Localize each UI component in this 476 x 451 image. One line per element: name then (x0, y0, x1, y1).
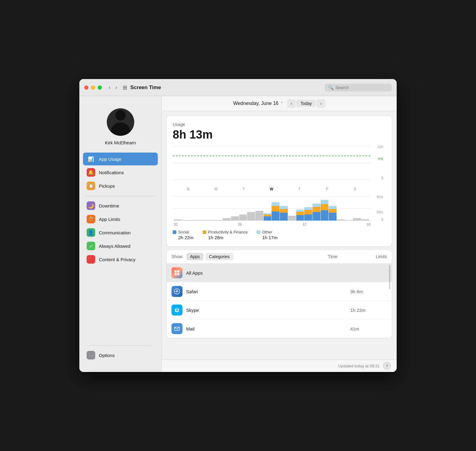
show-label: Show: (171, 254, 183, 259)
prev-day-button[interactable]: ‹ (287, 99, 296, 108)
sidebar-item-label: Always Allowed (99, 244, 130, 249)
notifications-icon: 🔔 (87, 168, 95, 177)
legend-productivity-label: Productivity & Finance (208, 230, 247, 234)
sidebar-item-content-privacy[interactable]: 🚫 Content & Privacy (83, 253, 158, 266)
skype-svg (174, 307, 180, 313)
sidebar-item-pickups[interactable]: 📋 Pickups (83, 179, 158, 192)
mail-svg (174, 325, 180, 332)
all-apps-svg (174, 270, 180, 276)
forward-button[interactable]: › (114, 83, 119, 92)
weekly-bars (173, 146, 370, 180)
content-footer: Updated today at 09:31 ? (162, 359, 397, 372)
next-day-button[interactable]: › (317, 99, 325, 108)
legend-productivity: Productivity & Finance 1h 28m (203, 230, 247, 240)
always-allowed-icon: ✓ (87, 242, 95, 250)
content-area: Wednesday, June 16 ⌃ ‹ Today › Usage 8h … (162, 96, 397, 372)
sidebar-footer: ··· Options (79, 342, 161, 366)
all-apps-icon (171, 267, 182, 278)
date-selector[interactable]: Wednesday, June 16 ⌃ (233, 101, 283, 106)
sidebar-item-label: Downtime (99, 203, 119, 208)
sidebar-item-label: App Limits (99, 217, 120, 222)
sidebar-item-label: Notifications (99, 170, 124, 175)
legend-other-label: Other (262, 230, 272, 234)
window: ‹ › ⊞ Screen Time 🔍 Kirk McElhearn (79, 79, 397, 372)
search-bar[interactable]: 🔍 (325, 84, 392, 92)
avatar (107, 108, 134, 136)
communication-icon: 👤 (87, 228, 95, 237)
scrollbar-thumb[interactable] (389, 265, 390, 289)
y-label-bottom: 0 (381, 176, 383, 180)
day-labels: S M T W T F S (173, 187, 370, 191)
safari-name: Safari (186, 289, 347, 294)
legend-social-label: Social (178, 230, 189, 234)
social-color-dot (173, 230, 176, 234)
hourly-chart-container: 60m 30m 0 (173, 196, 386, 227)
help-button[interactable]: ? (383, 362, 391, 370)
sidebar-item-downtime[interactable]: 🌙 Downtime (83, 199, 158, 212)
safari-row[interactable]: Safari 3h 8m (167, 282, 392, 301)
user-section: Kirk McElhearn (79, 102, 161, 153)
mail-name: Mail (186, 326, 347, 331)
today-button[interactable]: Today (296, 100, 316, 107)
mail-time: 41m (350, 326, 387, 331)
time-col-header: Time (328, 254, 337, 259)
app-list-card: Show: Apps Categories Time Limits (167, 250, 392, 338)
apps-tab[interactable]: Apps (186, 253, 204, 260)
traffic-lights (84, 85, 102, 90)
skype-time: 1h 22m (350, 308, 387, 313)
sidebar-item-communication[interactable]: 👤 Communication (83, 226, 158, 239)
sidebar-settings-nav: 🌙 Downtime ⏱ App Limits 👤 Communication … (79, 199, 161, 266)
all-apps-row[interactable]: All Apps (167, 264, 392, 282)
avatar-body (111, 122, 130, 136)
all-apps-name: All Apps (186, 270, 347, 276)
productivity-color-dot (203, 230, 206, 234)
minimize-button[interactable] (91, 85, 95, 90)
safari-svg (174, 288, 180, 295)
window-title: Screen Time (130, 85, 325, 91)
legend-productivity-time: 1h 28m (208, 235, 247, 240)
nav-buttons: ‹ › (107, 83, 119, 92)
search-input[interactable] (335, 85, 388, 90)
sidebar-item-always-allowed[interactable]: ✓ Always Allowed (83, 240, 158, 252)
skype-row[interactable]: Skype 1h 22m (167, 301, 392, 319)
categories-tab[interactable]: Categories (205, 253, 233, 260)
date-nav-group: ‹ Today › (287, 99, 325, 108)
legend-other: Other 1h 17m (257, 230, 277, 240)
options-icon: ··· (87, 351, 95, 359)
sidebar-primary-nav: 📊 App Usage 🔔 Notifications 📋 Pickups (79, 153, 161, 193)
back-button[interactable]: ‹ (107, 83, 112, 92)
avatar-head (115, 110, 126, 121)
usage-card: Usage 8h 13m (167, 116, 392, 246)
svg-rect-2 (175, 273, 177, 275)
mail-row[interactable]: Mail 41m (167, 319, 392, 338)
date-chevron-icon: ⌃ (280, 101, 283, 106)
updated-text: Updated today at 09:31 (338, 364, 380, 368)
sidebar-footer-divider (89, 345, 152, 346)
username: Kirk McElhearn (105, 140, 136, 145)
sidebar-item-label: Content & Privacy (99, 257, 135, 262)
main-content: Kirk McElhearn 📊 App Usage 🔔 Notificatio… (79, 96, 397, 372)
legend-social: Social 2h 22m (173, 230, 193, 240)
mail-icon (171, 323, 182, 334)
weekly-chart-container: 10h 0 avg (173, 146, 386, 191)
close-button[interactable] (84, 85, 88, 90)
y-label-top: 10h (378, 145, 383, 149)
date-label: Wednesday, June 16 (233, 101, 279, 106)
sidebar: Kirk McElhearn 📊 App Usage 🔔 Notificatio… (79, 96, 162, 372)
titlebar: ‹ › ⊞ Screen Time 🔍 (79, 79, 397, 96)
sidebar-item-app-limits[interactable]: ⏱ App Limits (83, 213, 158, 225)
sidebar-item-label: Communication (99, 230, 131, 235)
maximize-button[interactable] (98, 85, 102, 90)
limits-col-header: Limits (376, 254, 387, 259)
usage-label: Usage (173, 122, 386, 127)
chart-legend: Social 2h 22m Productivity & Finance 1h … (173, 230, 386, 240)
content-scroll[interactable]: Usage 8h 13m (162, 111, 397, 359)
app-usage-icon: 📊 (87, 155, 95, 163)
avg-label: avg (378, 157, 383, 160)
content-header: Wednesday, June 16 ⌃ ‹ Today › (162, 96, 397, 111)
grid-icon: ⊞ (123, 84, 127, 91)
sidebar-item-notifications[interactable]: 🔔 Notifications (83, 166, 158, 179)
sidebar-item-options[interactable]: ··· Options (83, 349, 158, 362)
safari-icon (171, 286, 182, 297)
sidebar-item-app-usage[interactable]: 📊 App Usage (83, 153, 158, 165)
